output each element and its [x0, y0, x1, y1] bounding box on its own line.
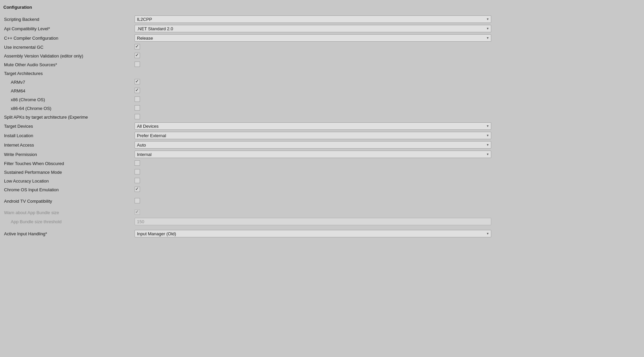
select-wrapper-internet-access: AutoRequire — [135, 141, 491, 149]
checkbox-sustained-performance[interactable] — [135, 169, 140, 174]
select-scripting-backend[interactable]: IL2CPPMono — [135, 15, 491, 23]
checkbox-armv7[interactable] — [135, 79, 140, 84]
control-chrome-os-input[interactable] — [135, 187, 491, 193]
control-android-tv[interactable] — [135, 198, 491, 204]
control-split-apks[interactable] — [135, 114, 491, 120]
control-internet-access[interactable]: AutoRequire — [135, 141, 491, 149]
row-scripting-backend: Scripting BackendIL2CPPMono — [0, 14, 644, 24]
row-assembly-version: Assembly Version Validation (editor only… — [0, 51, 644, 60]
row-low-accuracy: Low Accuracy Location — [0, 176, 644, 185]
control-mute-audio[interactable] — [135, 62, 491, 68]
label-low-accuracy: Low Accuracy Location — [3, 178, 135, 184]
select-write-permission[interactable]: InternalExternal (SDCard) — [135, 151, 491, 158]
select-wrapper-api-compatibility: .NET Standard 2.0.NET 4.x — [135, 25, 491, 32]
label-x86-64-chrome: x86-64 (Chrome OS) — [3, 106, 135, 111]
checkbox-incremental-gc[interactable] — [135, 44, 140, 49]
label-target-architectures: Target Architectures — [3, 71, 135, 76]
label-bundle-threshold: App Bundle size threshold — [3, 219, 135, 224]
checkbox-mute-audio[interactable] — [135, 62, 140, 67]
checkbox-assembly-version[interactable] — [135, 53, 140, 58]
row-active-input: Active Input Handling*Input Manager (Old… — [0, 229, 644, 238]
control-api-compatibility[interactable]: .NET Standard 2.0.NET 4.x — [135, 25, 491, 32]
label-install-location: Install Location — [3, 133, 135, 138]
select-target-devices[interactable]: All DevicesPhones and TabletsTV — [135, 122, 491, 130]
label-arm64: ARM64 — [3, 88, 135, 93]
control-active-input[interactable]: Input Manager (Old)Input System Package … — [135, 230, 491, 237]
row-arm64: ARM64 — [0, 86, 644, 95]
checkbox-x86-chrome[interactable] — [135, 96, 140, 102]
label-warn-bundle: Warn about App Bundle size — [3, 210, 135, 215]
checkbox-filter-touches[interactable] — [135, 160, 140, 166]
spacer — [0, 194, 644, 197]
control-x86-chrome[interactable] — [135, 96, 491, 103]
row-write-permission: Write PermissionInternalExternal (SDCard… — [0, 150, 644, 159]
control-filter-touches[interactable] — [135, 160, 491, 167]
spacer — [0, 205, 644, 208]
label-write-permission: Write Permission — [3, 152, 135, 157]
select-wrapper-active-input: Input Manager (Old)Input System Package … — [135, 230, 491, 237]
control-assembly-version[interactable] — [135, 53, 491, 59]
control-cpp-compiler[interactable]: ReleaseDebug — [135, 34, 491, 42]
label-active-input: Active Input Handling* — [3, 231, 135, 236]
row-android-tv: Android TV Compatibility — [0, 197, 644, 205]
row-sustained-performance: Sustained Performance Mode — [0, 168, 644, 176]
control-arm64[interactable] — [135, 88, 491, 94]
configuration-panel: Configuration — [0, 0, 644, 14]
label-target-devices: Target Devices — [3, 124, 135, 129]
label-mute-audio: Mute Other Audio Sources* — [3, 62, 135, 67]
control-incremental-gc[interactable] — [135, 44, 491, 50]
row-install-location: Install LocationPrefer ExternalForce Int… — [0, 131, 644, 140]
control-write-permission[interactable]: InternalExternal (SDCard) — [135, 151, 491, 158]
row-incremental-gc: Use incremental GC — [0, 43, 644, 51]
label-chrome-os-input: Chrome OS Input Emulation — [3, 187, 135, 192]
label-assembly-version: Assembly Version Validation (editor only… — [3, 53, 135, 58]
checkbox-x86-64-chrome[interactable] — [135, 105, 140, 111]
select-api-compatibility[interactable]: .NET Standard 2.0.NET 4.x — [135, 25, 491, 32]
text-input-bundle-threshold — [135, 218, 491, 225]
checkbox-split-apks[interactable] — [135, 114, 140, 119]
label-android-tv: Android TV Compatibility — [3, 199, 135, 204]
control-target-devices[interactable]: All DevicesPhones and TabletsTV — [135, 122, 491, 130]
row-cpp-compiler: C++ Compiler ConfigurationReleaseDebug — [0, 33, 644, 43]
row-api-compatibility: Api Compatibility Level*.NET Standard 2.… — [0, 24, 644, 33]
row-bundle-threshold: App Bundle size threshold — [0, 217, 644, 226]
label-filter-touches: Filter Touches When Obscured — [3, 161, 135, 166]
label-api-compatibility: Api Compatibility Level* — [3, 26, 135, 31]
row-warn-bundle: Warn about App Bundle size — [0, 208, 644, 217]
label-x86-chrome: x86 (Chrome OS) — [3, 97, 135, 102]
checkbox-android-tv[interactable] — [135, 198, 140, 203]
control-low-accuracy[interactable] — [135, 178, 491, 184]
label-scripting-backend: Scripting Backend — [3, 17, 135, 22]
select-wrapper-cpp-compiler: ReleaseDebug — [135, 34, 491, 42]
row-x86-64-chrome: x86-64 (Chrome OS) — [0, 104, 644, 113]
section-title: Configuration — [0, 3, 644, 12]
control-x86-64-chrome[interactable] — [135, 105, 491, 112]
control-sustained-performance[interactable] — [135, 169, 491, 175]
checkbox-warn-bundle — [135, 209, 140, 215]
checkbox-arm64[interactable] — [135, 88, 140, 93]
checkbox-low-accuracy[interactable] — [135, 178, 140, 183]
label-split-apks: Split APKs by target architecture (Exper… — [3, 115, 135, 120]
control-scripting-backend[interactable]: IL2CPPMono — [135, 15, 491, 23]
select-install-location[interactable]: Prefer ExternalForce InternalAuto — [135, 132, 491, 139]
label-sustained-performance: Sustained Performance Mode — [3, 170, 135, 175]
settings-rows: Scripting BackendIL2CPPMonoApi Compatibi… — [0, 14, 644, 238]
row-chrome-os-input: Chrome OS Input Emulation — [0, 185, 644, 194]
checkbox-chrome-os-input[interactable] — [135, 187, 140, 192]
label-internet-access: Internet Access — [3, 143, 135, 148]
row-armv7: ARMv7 — [0, 78, 644, 86]
label-cpp-compiler: C++ Compiler Configuration — [3, 36, 135, 41]
row-x86-chrome: x86 (Chrome OS) — [0, 95, 644, 104]
label-incremental-gc: Use incremental GC — [3, 45, 135, 50]
select-internet-access[interactable]: AutoRequire — [135, 141, 491, 149]
control-bundle-threshold[interactable] — [135, 218, 491, 225]
select-active-input[interactable]: Input Manager (Old)Input System Package … — [135, 230, 491, 237]
control-install-location[interactable]: Prefer ExternalForce InternalAuto — [135, 132, 491, 139]
row-filter-touches: Filter Touches When Obscured — [0, 159, 644, 168]
select-wrapper-scripting-backend: IL2CPPMono — [135, 15, 491, 23]
control-warn-bundle[interactable] — [135, 209, 491, 216]
control-armv7[interactable] — [135, 79, 491, 85]
select-cpp-compiler[interactable]: ReleaseDebug — [135, 34, 491, 42]
row-target-architectures: Target Architectures — [0, 69, 644, 78]
select-wrapper-write-permission: InternalExternal (SDCard) — [135, 151, 491, 158]
